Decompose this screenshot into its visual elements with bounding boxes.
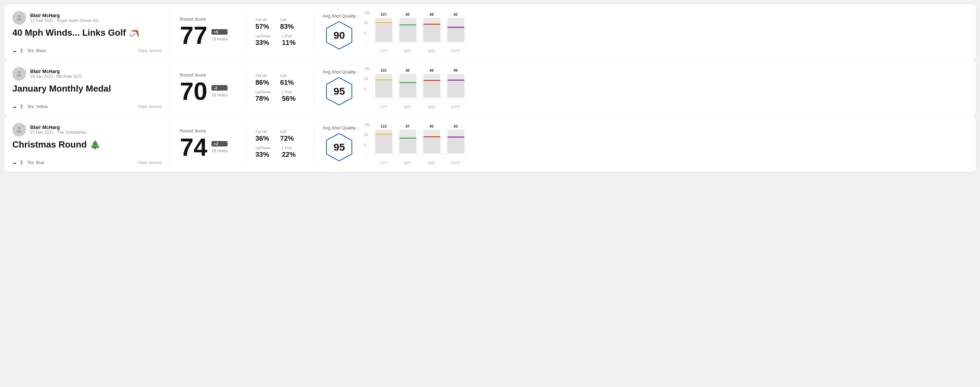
bar-axis-label: APP — [399, 49, 416, 53]
score-label: Round Score — [180, 16, 236, 22]
bar-group: 93 — [447, 124, 465, 154]
tee-label: Tee: Blue — [27, 160, 44, 165]
score-modifier-badge: -2 — [212, 85, 228, 90]
bar-group: 87 — [399, 124, 416, 154]
avatar — [12, 123, 26, 136]
score-modifier-badge: +2 — [212, 141, 228, 146]
card-bottom: ☁ 🏌 Tee: Black Data: Arccos — [12, 48, 162, 53]
bar-value: 95 — [430, 124, 434, 128]
updown-value: 78% — [255, 95, 271, 103]
bar-axis-label: APP — [399, 105, 416, 109]
gir-value: 72% — [280, 135, 294, 143]
bar-value: 98 — [430, 12, 434, 16]
bar-group: 95 — [423, 124, 441, 154]
card-score: Round Score 70 -2 18 Holes — [170, 67, 246, 109]
bag-icon: 🏌 — [19, 104, 24, 109]
bar-value: 110 — [380, 124, 387, 128]
oneputt-label: 1 Putt — [282, 34, 296, 38]
card-left: Blair McHarg 12 Feb 2022 · Royal North D… — [12, 11, 170, 53]
score-number: 77 — [180, 23, 207, 48]
card-left: Blair McHarg 29 Jan 2022 · Mill Ride GCC… — [12, 67, 170, 109]
holes-label: 18 Holes — [212, 93, 228, 97]
bar-group: 98 — [423, 12, 441, 42]
weather-icon: ☁ — [12, 48, 16, 53]
card-stats: FW Hit 57% GIR 83% Up/Down 33% 1 Putt 11… — [246, 11, 314, 53]
tee-label: Tee: Black — [27, 48, 46, 53]
stat-gir: GIR 83% — [280, 18, 294, 30]
bar-value: 101 — [380, 68, 387, 72]
gir-value: 61% — [280, 79, 294, 86]
stats-row-bottom: Up/Down 33% 1 Putt 22% — [255, 146, 304, 159]
round-card: Blair McHarg 12 Feb 2022 · Royal North D… — [4, 4, 976, 60]
card-stats: FW Hit 36% GIR 72% Up/Down 33% 1 Putt 22… — [246, 123, 314, 165]
user-row: Blair McHarg 12 Feb 2022 · Royal North D… — [12, 11, 162, 25]
card-bottom: ☁ 🏌 Tee: Blue Data: Arccos — [12, 160, 162, 165]
score-label: Round Score — [180, 128, 236, 133]
title-emoji: 🪃 — [129, 27, 140, 38]
oneputt-value: 22% — [282, 151, 296, 159]
card-left: Blair McHarg 27 Dec 2021 · The Oxfordshi… — [12, 123, 170, 165]
svg-point-4 — [18, 127, 21, 130]
tee-info: ☁ 🏌 Tee: Blue — [12, 160, 44, 165]
weather-icon: ☁ — [12, 160, 16, 165]
round-title: 40 Mph Winds... Links Golf 🪃 — [12, 27, 162, 38]
fw-hit-value: 86% — [255, 79, 269, 86]
user-date: 29 Jan 2022 · Mill Ride GCC — [30, 74, 83, 79]
oneputt-label: 1 Putt — [282, 146, 296, 150]
quality-score: 90 — [334, 30, 345, 41]
bar-group: 82 — [447, 12, 465, 42]
user-row: Blair McHarg 29 Jan 2022 · Mill Ride GCC — [12, 67, 162, 81]
user-name: Blair McHarg — [30, 125, 86, 130]
user-row: Blair McHarg 27 Dec 2021 · The Oxfordshi… — [12, 123, 162, 136]
stat-oneputt: 1 Putt 22% — [282, 146, 296, 159]
bar-group: 99 — [447, 68, 465, 98]
score-main: 70 -2 18 Holes — [180, 79, 236, 104]
user-info: Blair McHarg 12 Feb 2022 · Royal North D… — [30, 13, 99, 23]
stat-updown: Up/Down 33% — [255, 146, 271, 159]
user-date: 27 Dec 2021 · The Oxfordshire — [30, 130, 86, 135]
stat-updown: Up/Down 33% — [255, 34, 271, 47]
bar-group: 107 — [375, 12, 392, 42]
round-title: Christmas Round 🎄 — [12, 139, 162, 150]
user-name: Blair McHarg — [30, 68, 83, 74]
stat-gir: GIR 61% — [280, 74, 294, 86]
tee-label: Tee: Yellow — [27, 104, 48, 109]
bag-icon: 🏌 — [19, 48, 24, 53]
quality-score: 95 — [334, 86, 345, 97]
score-badge: +2 18 Holes — [212, 141, 228, 153]
fw-hit-value: 57% — [255, 23, 269, 30]
bar-chart-section: 100500 107 95 98 82 OTTAPP — [364, 11, 465, 53]
hexagon-container: Avg Shot Quality 95 — [323, 69, 356, 107]
card-quality: Avg Shot Quality 95 100500 110 87 — [314, 123, 968, 165]
avg-shot-quality-label: Avg Shot Quality — [323, 13, 356, 19]
bar-group: 96 — [423, 68, 441, 98]
bar-axis-label: ARG — [423, 49, 441, 53]
stats-row-top: FW Hit 86% GIR 61% — [255, 74, 304, 86]
score-number: 74 — [180, 135, 207, 160]
score-badge: +5 18 Holes — [212, 29, 228, 41]
user-info: Blair McHarg 29 Jan 2022 · Mill Ride GCC — [30, 68, 83, 79]
gir-label: GIR — [280, 18, 294, 22]
user-name: Blair McHarg — [30, 13, 99, 18]
bar-value: 93 — [453, 124, 458, 128]
oneputt-value: 11% — [282, 39, 296, 47]
stat-fw-hit: FW Hit 36% — [255, 130, 269, 143]
round-title: January Monthly Medal — [12, 83, 162, 94]
gir-value: 83% — [280, 23, 294, 30]
bar-axis-label: OTT — [375, 161, 392, 165]
user-info: Blair McHarg 27 Dec 2021 · The Oxfordshi… — [30, 125, 86, 135]
hexagon: 95 — [324, 76, 355, 107]
card-stats: FW Hit 86% GIR 61% Up/Down 78% 1 Putt 56… — [246, 67, 314, 109]
card-quality: Avg Shot Quality 95 100500 101 86 — [314, 67, 968, 109]
gir-label: GIR — [280, 130, 294, 134]
stat-oneputt: 1 Putt 11% — [282, 34, 296, 47]
oneputt-label: 1 Putt — [282, 90, 296, 94]
card-score: Round Score 77 +5 18 Holes — [170, 11, 246, 53]
bar-value: 95 — [406, 12, 409, 16]
round-card: Blair McHarg 27 Dec 2021 · The Oxfordshi… — [4, 116, 976, 172]
tee-info: ☁ 🏌 Tee: Yellow — [12, 104, 48, 109]
bar-group: 86 — [399, 68, 416, 98]
stats-row-bottom: Up/Down 33% 1 Putt 11% — [255, 34, 304, 47]
card-bottom: ☁ 🏌 Tee: Yellow Data: Arccos — [12, 104, 162, 109]
bar-value: 107 — [380, 12, 387, 16]
